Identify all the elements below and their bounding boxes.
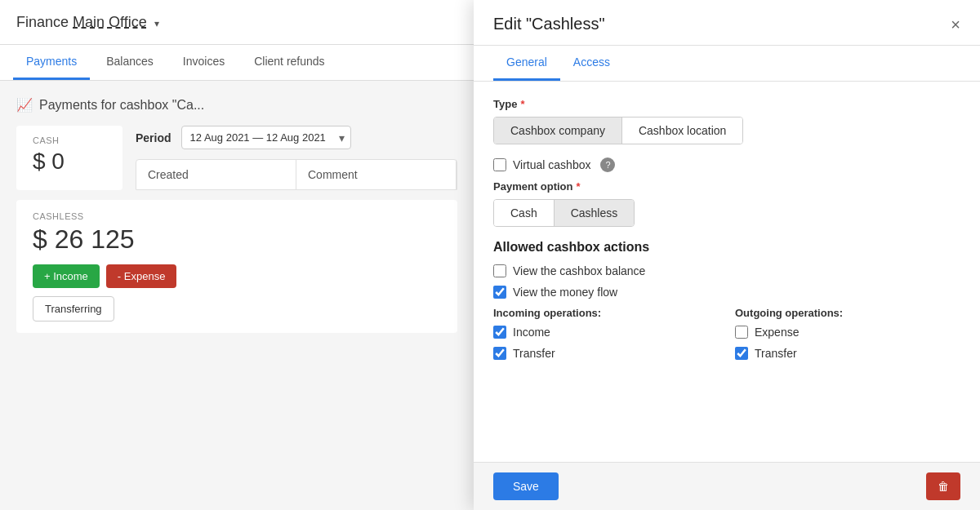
modal-title: Edit "Cashless" <box>493 15 604 45</box>
top-bar: Finance Main Office ▾ <box>0 0 474 45</box>
type-toggle-group: Cashbox company Cashbox location <box>493 117 743 144</box>
office-name[interactable]: Main Office <box>73 14 147 30</box>
app-title: Finance Main Office ▾ <box>16 14 159 31</box>
virtual-cashbox-row: Virtual cashbox ? <box>493 157 960 172</box>
payment-option-label-text: Payment option <box>493 180 573 193</box>
income-button[interactable]: + Income <box>33 264 100 288</box>
tab-balances[interactable]: Balances <box>93 45 167 80</box>
modal-tab-access[interactable]: Access <box>560 46 623 81</box>
cash-value: $ 0 <box>33 149 106 175</box>
type-label: Type * <box>493 98 960 110</box>
nav-tabs: Payments Balances Invoices Client refund… <box>0 45 474 81</box>
virtual-cashbox-checkbox[interactable] <box>493 158 506 171</box>
incoming-ops-label: Incoming operations: <box>493 307 719 319</box>
income-label: Income <box>513 326 550 339</box>
payment-required-star: * <box>577 180 581 193</box>
view-money-flow-label: View the money flow <box>513 286 617 299</box>
cashless-card: CASHLESS $ 26 125 + Income - Expense Tra… <box>16 200 457 333</box>
expense-row: Expense <box>735 326 960 339</box>
close-button[interactable]: × <box>951 16 960 44</box>
view-money-flow-row: View the money flow <box>493 286 960 299</box>
expense-checkbox[interactable] <box>735 326 748 339</box>
expense-button[interactable]: - Expense <box>106 264 177 288</box>
transfer-out-label: Transfer <box>755 347 797 360</box>
transfer-button[interactable]: Transferring <box>33 296 114 322</box>
help-icon[interactable]: ? <box>600 157 615 172</box>
allowed-actions-heading: Allowed cashbox actions <box>493 240 960 255</box>
view-balance-checkbox[interactable] <box>493 264 506 277</box>
type-cashbox-location-btn[interactable]: Cashbox location <box>622 118 742 144</box>
view-balance-label: View the cashbox balance <box>513 264 645 277</box>
transfer-in-row: Transfer <box>493 347 719 360</box>
main-content: 📈 Payments for cashbox "Ca... CASH $ 0 P… <box>0 81 474 510</box>
view-balance-row: View the cashbox balance <box>493 264 960 277</box>
chart-icon: 📈 <box>16 97 33 113</box>
modal-tab-general[interactable]: General <box>493 46 560 81</box>
table-col-created: Created <box>136 160 296 189</box>
type-required-star: * <box>520 98 524 110</box>
incoming-ops-column: Incoming operations: Income Transfer <box>493 307 719 368</box>
modal-body: Type * Cashbox company Cashbox location … <box>474 82 980 462</box>
action-buttons: + Income - Expense <box>33 264 441 288</box>
transfer-out-checkbox[interactable] <box>735 347 748 360</box>
payment-cash-btn[interactable]: Cash <box>494 200 555 226</box>
period-row: Period 12 Aug 2021 — 12 Aug 2021 <box>136 126 457 149</box>
app-title-text: Finance <box>16 14 69 30</box>
modal-footer: Save 🗑 <box>474 462 980 510</box>
cashless-label: CASHLESS <box>33 211 441 221</box>
save-button[interactable]: Save <box>493 472 559 500</box>
modal-header: Edit "Cashless" × <box>474 0 980 46</box>
tab-client-refunds[interactable]: Client refunds <box>241 45 337 80</box>
transfer-in-label: Transfer <box>513 347 555 360</box>
expense-label: Expense <box>755 326 799 339</box>
tab-payments[interactable]: Payments <box>13 45 90 80</box>
chevron-down-icon[interactable]: ▾ <box>154 18 159 29</box>
tab-invoices[interactable]: Invoices <box>170 45 238 80</box>
trash-icon: 🗑 <box>938 480 949 493</box>
section-title-text: Payments for cashbox "Ca... <box>39 98 204 113</box>
cash-label: CASH <box>33 135 106 145</box>
period-label: Period <box>136 131 172 144</box>
outgoing-ops-label: Outgoing operations: <box>735 307 960 319</box>
cashless-value: $ 26 125 <box>33 224 441 255</box>
cash-stat-card: CASH $ 0 <box>16 126 122 190</box>
virtual-cashbox-label: Virtual cashbox <box>513 158 590 171</box>
transfer-out-row: Transfer <box>735 347 960 360</box>
payment-toggle-group: Cash Cashless <box>493 199 635 227</box>
delete-button[interactable]: 🗑 <box>926 472 960 500</box>
transfer-in-checkbox[interactable] <box>493 347 506 360</box>
income-checkbox[interactable] <box>493 326 506 339</box>
edit-modal: Edit "Cashless" × General Access Type * … <box>474 0 980 510</box>
table-col-comment: Comment <box>296 160 457 189</box>
payment-cashless-btn[interactable]: Cashless <box>555 200 635 226</box>
table-header: Created Comment <box>136 159 457 190</box>
outgoing-ops-column: Outgoing operations: Expense Transfer <box>735 307 960 368</box>
modal-tabs: General Access <box>474 46 980 82</box>
income-row: Income <box>493 326 719 339</box>
type-cashbox-company-btn[interactable]: Cashbox company <box>494 118 622 144</box>
type-label-text: Type <box>493 98 517 110</box>
view-money-flow-checkbox[interactable] <box>493 286 506 299</box>
operations-grid: Incoming operations: Income Transfer Out… <box>493 307 960 368</box>
section-title: 📈 Payments for cashbox "Ca... <box>16 97 457 113</box>
period-select[interactable]: 12 Aug 2021 — 12 Aug 2021 <box>181 126 351 149</box>
payment-option-label: Payment option * <box>493 180 960 193</box>
